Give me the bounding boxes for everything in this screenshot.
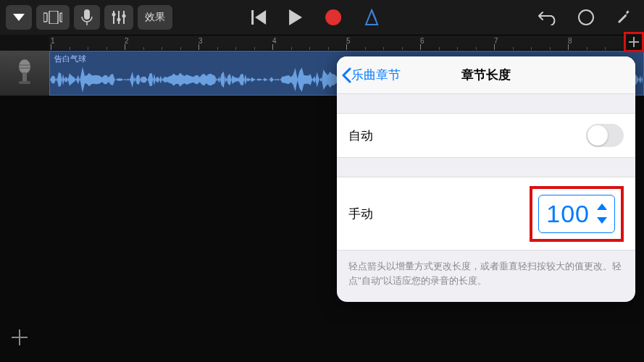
svg-line-15 bbox=[372, 10, 376, 20]
record-button[interactable] bbox=[325, 9, 341, 25]
svg-point-6 bbox=[112, 13, 116, 17]
stepper-value: 100 bbox=[546, 200, 590, 228]
svg-rect-1 bbox=[49, 11, 58, 24]
plus-icon bbox=[10, 328, 29, 347]
menu-dropdown-button[interactable] bbox=[6, 5, 32, 30]
svg-point-10 bbox=[122, 14, 126, 18]
mic-icon bbox=[81, 9, 93, 25]
svg-rect-21 bbox=[19, 81, 30, 84]
toolbar-right bbox=[538, 9, 638, 26]
metronome-icon[interactable] bbox=[363, 9, 380, 26]
sliders-icon bbox=[112, 11, 126, 24]
plus-icon bbox=[628, 36, 640, 48]
manual-row: 手动 100 bbox=[337, 177, 635, 250]
auto-switch[interactable] bbox=[586, 124, 624, 147]
mixer-button[interactable] bbox=[104, 5, 133, 30]
auto-label: 自动 bbox=[348, 127, 373, 144]
view-button[interactable] bbox=[36, 5, 70, 30]
svg-rect-3 bbox=[84, 9, 90, 20]
add-section-button[interactable] bbox=[624, 32, 644, 52]
loop-icon[interactable] bbox=[577, 9, 595, 26]
track-header[interactable] bbox=[0, 51, 49, 96]
hint-text: 轻点箭头以增量方式更改长度，或者垂直轻扫按较大的值更改。轻点"自动"以适应您的录… bbox=[337, 251, 635, 302]
add-track-button[interactable] bbox=[10, 328, 29, 352]
timeline-ruler[interactable]: 1 2 3 4 5 6 7 8 bbox=[49, 35, 644, 51]
settings-wrench-icon[interactable] bbox=[615, 9, 631, 26]
rewind-icon[interactable] bbox=[251, 10, 267, 25]
stepper-highlight: 100 bbox=[530, 186, 624, 242]
chevron-down-icon bbox=[13, 14, 25, 21]
svg-rect-2 bbox=[60, 13, 62, 22]
svg-marker-14 bbox=[366, 10, 377, 25]
length-stepper[interactable]: 100 bbox=[538, 195, 615, 233]
manual-label: 手动 bbox=[348, 206, 373, 222]
svg-marker-12 bbox=[255, 10, 266, 25]
back-button[interactable]: 乐曲章节 bbox=[337, 67, 401, 83]
mic-button[interactable] bbox=[74, 5, 100, 30]
auto-section: 自动 bbox=[337, 113, 635, 158]
stepper-down[interactable] bbox=[597, 217, 607, 224]
svg-rect-11 bbox=[251, 10, 254, 25]
popover-header: 乐曲章节 章节长度 bbox=[337, 56, 635, 94]
toolbar: 效果 bbox=[0, 0, 644, 35]
svg-rect-20 bbox=[22, 72, 27, 81]
svg-marker-13 bbox=[289, 9, 302, 25]
track-column bbox=[0, 51, 49, 362]
play-icon[interactable] bbox=[289, 9, 304, 25]
svg-point-8 bbox=[117, 18, 121, 22]
svg-point-19 bbox=[19, 59, 30, 74]
transport-controls bbox=[251, 9, 380, 26]
chevron-left-icon bbox=[341, 67, 351, 83]
stepper-arrows bbox=[597, 203, 607, 224]
auto-row[interactable]: 自动 bbox=[337, 114, 635, 157]
microphone-track-icon bbox=[14, 59, 35, 88]
section-length-popover: 乐曲章节 章节长度 自动 手动 100 轻点箭头以增量方式更改长度，或者垂直轻扫… bbox=[337, 56, 635, 302]
stepper-up[interactable] bbox=[597, 203, 607, 210]
undo-icon[interactable] bbox=[538, 9, 557, 25]
svg-point-16 bbox=[579, 10, 593, 25]
svg-rect-0 bbox=[43, 13, 47, 22]
view-icon bbox=[43, 11, 62, 24]
effects-button[interactable]: 效果 bbox=[138, 5, 172, 30]
back-label: 乐曲章节 bbox=[351, 67, 401, 83]
manual-section: 手动 100 bbox=[337, 177, 635, 251]
